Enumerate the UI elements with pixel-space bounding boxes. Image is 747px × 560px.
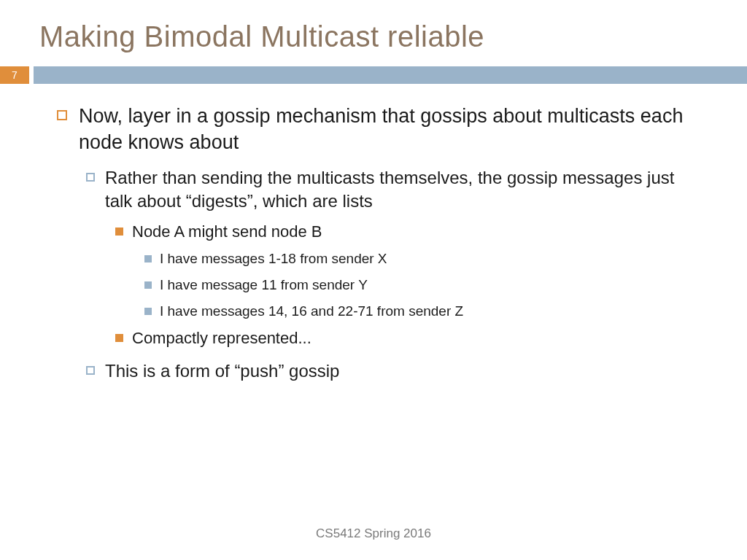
- square-filled-bullet-icon: [115, 228, 123, 236]
- square-outline-bullet-icon: [86, 366, 95, 375]
- bullet-text: I have messages 14, 16 and 22-71 from se…: [160, 302, 463, 321]
- bullet-text: This is a form of “push” gossip: [105, 359, 339, 383]
- square-filled-bullet-icon: [144, 281, 152, 289]
- bullet-text: I have message 11 from sender Y: [160, 276, 368, 295]
- bullet-text: Rather than sending the multicasts thems…: [105, 166, 703, 214]
- bullet-level3: Node A might send node B: [115, 221, 703, 243]
- bullet-text: Compactly represented...: [132, 327, 311, 349]
- divider-row: 7: [0, 66, 747, 84]
- square-outline-bullet-icon: [57, 110, 67, 120]
- bullet-text: I have messages 1-18 from sender X: [160, 249, 387, 268]
- bullet-text: Node A might send node B: [132, 221, 322, 243]
- bullet-level4: I have messages 14, 16 and 22-71 from se…: [144, 302, 703, 321]
- bullet-level1: Now, layer in a gossip mechanism that go…: [57, 103, 703, 156]
- bullet-level3: Compactly represented...: [115, 327, 703, 349]
- slide-content: Now, layer in a gossip mechanism that go…: [0, 84, 747, 383]
- square-filled-bullet-icon: [115, 334, 123, 342]
- square-filled-bullet-icon: [144, 308, 152, 315]
- slide-title: Making Bimodal Multicast reliable: [0, 0, 747, 66]
- slide-number-badge: 7: [0, 66, 29, 84]
- bullet-level2: This is a form of “push” gossip: [86, 359, 703, 383]
- bullet-level4: I have messages 1-18 from sender X: [144, 249, 703, 268]
- bullet-text: Now, layer in a gossip mechanism that go…: [79, 103, 703, 156]
- square-outline-bullet-icon: [86, 173, 95, 182]
- slide-footer: CS5412 Spring 2016: [0, 526, 747, 541]
- square-filled-bullet-icon: [144, 255, 152, 262]
- bullet-level2: Rather than sending the multicasts thems…: [86, 166, 703, 214]
- divider-bar: [34, 66, 747, 84]
- bullet-level4: I have message 11 from sender Y: [144, 276, 703, 295]
